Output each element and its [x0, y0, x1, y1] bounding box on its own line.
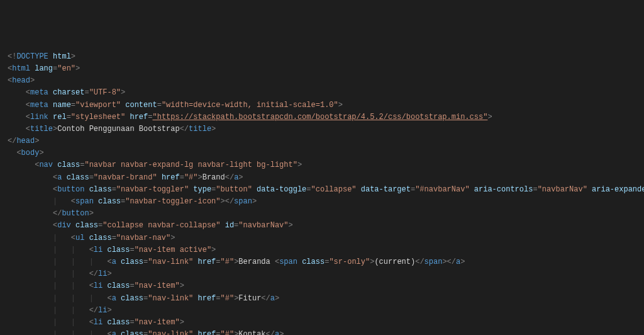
code-line: </button>: [8, 208, 644, 220]
code-line: <nav class="navbar navbar-expand-lg navb…: [8, 159, 644, 171]
code-line: <!DOCTYPE html>: [8, 51, 644, 63]
code-line: </head>: [8, 135, 644, 147]
code-line: | | <li class="nav-item active">: [8, 244, 644, 256]
code-line: <div class="collapse navbar-collapse" id…: [8, 220, 644, 232]
code-line: | | | <a class="nav-link" href="#">Beran…: [8, 256, 644, 268]
code-line: <html lang="en">: [8, 63, 644, 75]
code-line: | | | <a class="nav-link" href="#">Konta…: [8, 329, 644, 335]
code-line: <a class="navbar-brand" href="#">Brand</…: [8, 172, 644, 184]
code-line: <body>: [8, 147, 644, 159]
code-line: | <ul class="navbar-nav">: [8, 232, 644, 244]
code-line: | | </li>: [8, 268, 644, 280]
code-line: <head>: [8, 75, 644, 87]
code-line: <link rel="stylesheet" href="https://sta…: [8, 111, 644, 123]
code-editor[interactable]: <!DOCTYPE html><html lang="en"><head> <m…: [8, 51, 644, 335]
code-line: <meta name="viewport" content="width=dev…: [8, 99, 644, 111]
code-line: <title>Contoh Penggunaan Bootstrap</titl…: [8, 123, 644, 135]
code-line: | | </li>: [8, 305, 644, 317]
code-line: | | | <a class="nav-link" href="#">Fitur…: [8, 293, 644, 305]
code-line: <button class="navbar-toggler" type="but…: [8, 184, 644, 196]
code-line: | | <li class="nav-item">: [8, 280, 644, 292]
code-line: | <span class="navbar-toggler-icon"></sp…: [8, 196, 644, 208]
code-line: | | <li class="nav-item">: [8, 317, 644, 329]
code-line: <meta charset="UTF-8">: [8, 87, 644, 99]
